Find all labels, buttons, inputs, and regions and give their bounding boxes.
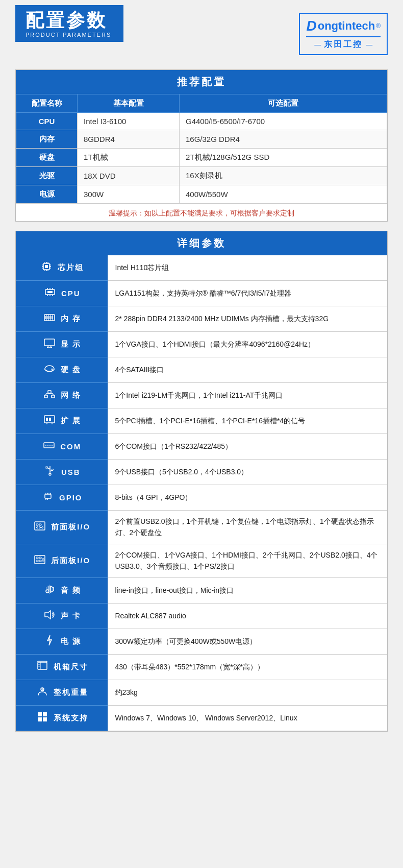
logo-reg: ® bbox=[376, 22, 381, 30]
row-label-text: COM bbox=[60, 442, 81, 451]
rec-base: 300W bbox=[78, 185, 180, 204]
row-label-text: GPIO bbox=[59, 493, 83, 502]
detail-value-cell: 8-bits（4 GPI，4GPO） bbox=[108, 485, 387, 511]
detail-row: 硬 盘 4个SATAIII接口 bbox=[16, 357, 387, 383]
detail-label-cell: 芯片组 bbox=[16, 255, 108, 281]
row-icon bbox=[39, 260, 54, 275]
detail-label-cell: 网 络 bbox=[16, 383, 108, 408]
rec-label: 光驱 bbox=[16, 167, 78, 185]
svg-rect-97 bbox=[43, 717, 47, 721]
svg-rect-39 bbox=[44, 395, 47, 398]
header-section: 配置参数 PRODUCT PARAMETERS D ongtintech ® —… bbox=[0, 0, 403, 60]
detail-value-cell: 4个SATAIII接口 bbox=[108, 357, 387, 383]
detail-table: 芯片组 Intel H110芯片组 CPU LGA1151构架，支持英特尔® 酷… bbox=[16, 255, 387, 731]
rec-label: CPU bbox=[16, 113, 78, 130]
detail-row: 内 存 2* 288pin DDR4 2133/2400 MHz UDIMMs … bbox=[16, 306, 387, 332]
row-label-text: 网 络 bbox=[61, 391, 81, 400]
row-icon bbox=[33, 520, 47, 535]
detail-value-cell: 9个USB接口（5个USB2.0，4个USB3.0） bbox=[108, 460, 387, 485]
recommended-block: 推荐配置 配置名称基本配置可选配置 CPU Intel I3-6100 G440… bbox=[15, 69, 388, 222]
detail-label-cell: 显 示 bbox=[16, 332, 108, 357]
rec-row: CPU Intel I3-6100 G4400/I5-6500/I7-6700 bbox=[16, 113, 387, 130]
svg-rect-41 bbox=[48, 391, 51, 393]
row-icon: kg bbox=[35, 685, 49, 700]
row-label-text: 机箱尺寸 bbox=[54, 662, 88, 672]
detail-row: 扩 展 5个PCI插槽、1个PCI-E*16插槽、1个PCI-E*16插槽*4的… bbox=[16, 408, 387, 434]
recommended-table: 配置名称基本配置可选配置 CPU Intel I3-6100 G4400/I5-… bbox=[16, 94, 387, 204]
detail-row: GPIO 8-bits（4 GPI，4GPO） bbox=[16, 485, 387, 511]
rec-header-row: 配置名称基本配置可选配置 bbox=[16, 94, 387, 113]
detail-label-cell: 内 存 bbox=[16, 306, 108, 332]
logo-cn-row: — 东田工控 — bbox=[306, 39, 381, 50]
svg-rect-58 bbox=[46, 467, 47, 468]
svg-point-54 bbox=[49, 445, 51, 446]
detail-label-cell: kg 整机重量 bbox=[16, 680, 108, 705]
svg-point-61 bbox=[49, 473, 51, 475]
recommended-title: 推荐配置 bbox=[16, 70, 387, 94]
svg-rect-78 bbox=[36, 560, 38, 562]
detail-value-cell: 2个前置USB2.0接口，1个开机键，1个复位键，1个电源指示灯、1个硬盘状态指… bbox=[108, 511, 387, 544]
rec-label: 硬盘 bbox=[16, 149, 78, 167]
logo-rest: ongtintech bbox=[318, 19, 375, 33]
detail-row: 前面板I/O 2个前置USB2.0接口，1个开机键，1个复位键，1个电源指示灯、… bbox=[16, 511, 387, 544]
row-icon bbox=[35, 711, 49, 726]
svg-point-72 bbox=[37, 526, 38, 528]
detail-label-cell: 前面板I/O bbox=[16, 511, 108, 544]
title-box: 配置参数 PRODUCT PARAMETERS bbox=[15, 5, 123, 42]
title-main: 配置参数 bbox=[26, 10, 111, 31]
row-icon bbox=[42, 414, 57, 428]
logo-brand: D ongtintech ® bbox=[306, 18, 381, 34]
detail-label-cell: 音 频 bbox=[16, 577, 108, 603]
detail-value-cell: 5个PCI插槽、1个PCI-E*16插槽、1个PCI-E*16插槽*4的信号 bbox=[108, 408, 387, 434]
rec-opt: G4400/I5-6500/I7-6700 bbox=[180, 113, 387, 130]
svg-rect-27 bbox=[45, 316, 46, 319]
row-icon bbox=[42, 363, 57, 377]
svg-rect-76 bbox=[36, 557, 38, 559]
logo-area: D ongtintech ® — 东田工控 — bbox=[299, 10, 388, 55]
rec-col-header: 基本配置 bbox=[78, 94, 180, 113]
svg-marker-84 bbox=[45, 611, 51, 619]
row-label-text: 显 示 bbox=[61, 340, 81, 349]
svg-point-38 bbox=[51, 369, 53, 370]
svg-rect-95 bbox=[43, 712, 47, 716]
detail-label-cell: 机箱尺寸 bbox=[16, 654, 108, 680]
detail-row: CPU LGA1151构架，支持英特尔® 酷睿™6/7代I3/I5/I7处理器 bbox=[16, 281, 387, 306]
detail-value-cell: 300W额定功率（可更换400W或550W电源） bbox=[108, 629, 387, 654]
row-label-text: 电 源 bbox=[61, 637, 81, 646]
svg-rect-69 bbox=[35, 522, 45, 530]
detail-label-cell: 扩 展 bbox=[16, 408, 108, 434]
row-icon bbox=[43, 465, 57, 479]
svg-rect-77 bbox=[39, 557, 41, 559]
detail-row: 系统支持 Windows 7、Windows 10、 Windows Serve… bbox=[16, 705, 387, 731]
detail-row: kg 整机重量 约23kg bbox=[16, 680, 387, 705]
detail-label-cell: 声 卡 bbox=[16, 603, 108, 629]
row-icon bbox=[41, 490, 55, 505]
row-label-text: 整机重量 bbox=[54, 688, 88, 697]
row-icon bbox=[43, 286, 57, 301]
rec-base: 18X DVD bbox=[78, 167, 180, 185]
svg-rect-15 bbox=[47, 291, 53, 293]
rec-tbody: CPU Intel I3-6100 G4400/I5-6500/I7-6700 … bbox=[16, 113, 387, 204]
svg-rect-62 bbox=[45, 494, 51, 498]
rec-base: 1T机械 bbox=[78, 149, 180, 167]
detail-label-cell: 硬 盘 bbox=[16, 357, 108, 383]
warm-tip: 温馨提示：如以上配置不能满足要求，可根据客户要求定制 bbox=[16, 204, 387, 221]
row-label-text: 扩 展 bbox=[61, 416, 81, 426]
svg-point-74 bbox=[42, 526, 43, 528]
detail-label-cell: USB bbox=[16, 460, 108, 485]
row-icon bbox=[33, 553, 47, 568]
svg-rect-40 bbox=[52, 395, 55, 398]
logo-frame: D ongtintech ® — 东田工控 — bbox=[299, 13, 388, 55]
detail-label-cell: GPIO bbox=[16, 485, 108, 511]
svg-rect-47 bbox=[46, 418, 48, 421]
logo-dash-left: — bbox=[314, 41, 321, 49]
svg-rect-48 bbox=[49, 418, 51, 421]
svg-rect-96 bbox=[38, 717, 42, 721]
page-wrapper: 配置参数 PRODUCT PARAMETERS D ongtintech ® —… bbox=[0, 0, 403, 756]
detail-value-cell: Realtek ALC887 audio bbox=[108, 603, 387, 629]
detail-label-cell: 后面板I/O bbox=[16, 544, 108, 577]
title-sub: PRODUCT PARAMETERS bbox=[26, 32, 111, 38]
row-icon bbox=[42, 311, 57, 326]
row-label-text: USB bbox=[61, 468, 81, 476]
row-icon bbox=[42, 388, 57, 403]
